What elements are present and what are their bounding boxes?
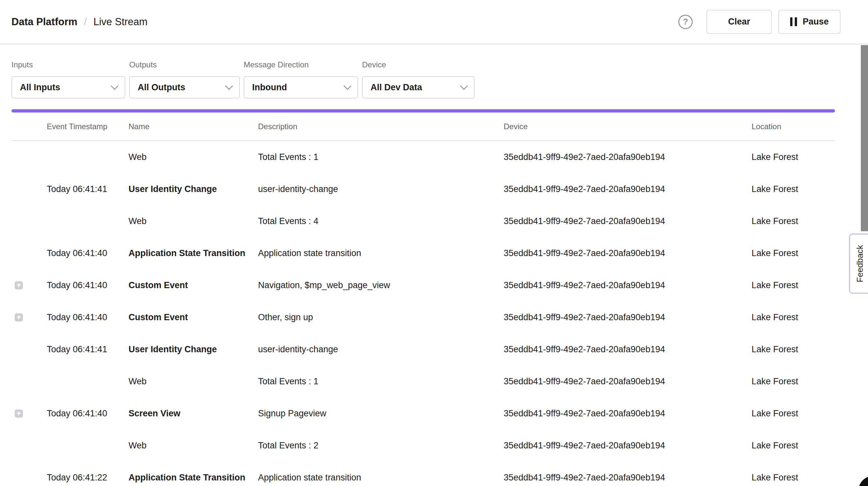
event-timestamp: Today 06:41:40 [47,312,128,323]
event-description: Signup Pageview [258,408,504,419]
device-dropdown-value: All Dev Data [371,83,422,93]
feedback-tab[interactable]: Feedback [849,234,868,294]
table-row[interactable]: + Web Total Events : 1 35eddb41-9ff9-49e… [11,141,835,173]
event-timestamp: Today 06:41:41 [47,184,128,194]
event-location: Lake Forest [751,344,835,355]
event-device: 35eddb41-9ff9-49e2-7aed-20afa90eb194 [504,152,751,162]
event-device: 35eddb41-9ff9-49e2-7aed-20afa90eb194 [504,280,751,291]
event-name: Web [128,441,258,451]
event-name: Web [128,216,258,226]
event-location: Lake Forest [751,408,835,419]
event-location: Lake Forest [751,152,835,162]
table-row[interactable]: + Web Total Events : 1 35eddb41-9ff9-49e… [11,365,835,397]
event-description: Other, sign up [258,312,504,323]
page-title: Live Stream [94,16,148,28]
pause-button-label: Pause [803,17,829,27]
event-timestamp: Today 06:41:40 [47,280,128,291]
breadcrumb-section[interactable]: Data Platform [11,16,78,28]
inputs-dropdown[interactable]: All Inputs [11,76,125,98]
event-device: 35eddb41-9ff9-49e2-7aed-20afa90eb194 [504,376,751,387]
event-timestamp: Today 06:41:41 [47,344,128,355]
filter-inputs-label: Inputs [11,60,125,69]
table-row[interactable]: + Today 06:41:41 User Identity Change us… [11,173,835,205]
chevron-down-icon [225,82,233,90]
filter-outputs-label: Outputs [129,60,240,69]
expand-cell: + [11,442,47,450]
event-device: 35eddb41-9ff9-49e2-7aed-20afa90eb194 [504,473,751,483]
table-row[interactable]: + Web Total Events : 2 35eddb41-9ff9-49e… [11,429,835,461]
topbar: Data Platform / Live Stream ? Clear Paus… [0,0,868,44]
event-description: Application state transition [258,473,504,483]
column-location: Location [751,122,835,131]
outputs-dropdown[interactable]: All Outputs [129,76,240,98]
table-row[interactable]: + Today 06:41:40 Screen View Signup Page… [11,397,835,429]
event-name: Custom Event [128,280,258,291]
event-device: 35eddb41-9ff9-49e2-7aed-20afa90eb194 [504,248,751,259]
help-icon[interactable]: ? [678,15,693,29]
filter-bar: Inputs All Inputs Outputs All Outputs Me… [0,44,868,98]
breadcrumb: Data Platform / Live Stream [11,16,148,28]
event-timestamp: Today 06:41:40 [47,408,128,419]
event-description: Total Events : 1 [258,376,504,387]
expand-cell: + [11,313,47,322]
event-device: 35eddb41-9ff9-49e2-7aed-20afa90eb194 [504,441,751,451]
event-description: Total Events : 1 [258,152,504,162]
message-direction-dropdown-value: Inbound [252,83,287,93]
table-row[interactable]: + Today 06:41:41 User Identity Change us… [11,333,835,365]
expand-icon[interactable]: + [15,409,23,418]
event-name: Web [128,376,258,387]
event-name: Custom Event [128,312,258,323]
event-location: Lake Forest [751,184,835,194]
pause-button[interactable]: Pause [778,10,840,34]
scrollbar[interactable] [861,45,868,231]
table-row[interactable]: + Today 06:41:40 Application State Trans… [11,237,835,269]
topbar-actions: ? Clear Pause [678,10,840,34]
expand-cell: + [11,217,47,225]
expand-cell: + [11,409,47,418]
event-location: Lake Forest [751,312,835,323]
expand-cell: + [11,185,47,193]
event-location: Lake Forest [751,280,835,291]
event-name: Web [128,152,258,162]
event-description: Navigation, $mp_web_page_view [258,280,504,291]
event-name: Application State Transition [128,473,258,483]
event-description: user-identity-change [258,184,504,194]
event-location: Lake Forest [751,441,835,451]
event-description: Total Events : 2 [258,441,504,451]
clear-button[interactable]: Clear [707,10,772,34]
event-timestamp: Today 06:41:22 [47,473,128,483]
event-name: Screen View [128,408,258,419]
feedback-tab-label: Feedback [855,245,865,282]
column-event-timestamp: Event Timestamp [47,122,128,131]
expand-cell: + [11,281,47,290]
event-timestamp: Today 06:41:40 [47,248,128,259]
table-row[interactable]: + Today 06:41:40 Custom Event Navigation… [11,269,835,301]
table-row[interactable]: + Today 06:41:40 Custom Event Other, sig… [11,301,835,333]
expand-cell: + [11,153,47,161]
filter-inputs: Inputs All Inputs [11,60,125,98]
filter-device-label: Device [362,60,474,69]
event-device: 35eddb41-9ff9-49e2-7aed-20afa90eb194 [504,216,751,226]
filter-outputs: Outputs All Outputs [129,60,240,98]
table-row[interactable]: + Today 06:41:22 Application State Trans… [11,461,835,486]
message-direction-dropdown[interactable]: Inbound [244,76,358,98]
device-dropdown[interactable]: All Dev Data [362,76,474,98]
event-device: 35eddb41-9ff9-49e2-7aed-20afa90eb194 [504,408,751,419]
event-description: user-identity-change [258,344,504,355]
column-device: Device [504,122,751,131]
table-header: Event Timestamp Name Description Device … [11,113,835,141]
chat-widget-corner[interactable] [859,476,868,486]
filter-message-direction-label: Message Direction [244,60,358,69]
chevron-down-icon [343,82,351,90]
expand-icon[interactable]: + [15,313,23,322]
expand-icon[interactable]: + [15,281,23,290]
event-location: Lake Forest [751,216,835,226]
column-description: Description [258,122,504,131]
table-body: + Web Total Events : 1 35eddb41-9ff9-49e… [11,141,835,486]
event-device: 35eddb41-9ff9-49e2-7aed-20afa90eb194 [504,184,751,194]
event-name: User Identity Change [128,184,258,194]
filter-message-direction: Message Direction Inbound [244,60,358,98]
event-description: Total Events : 4 [258,216,504,226]
event-description: Application state transition [258,248,504,259]
table-row[interactable]: + Web Total Events : 4 35eddb41-9ff9-49e… [11,205,835,237]
